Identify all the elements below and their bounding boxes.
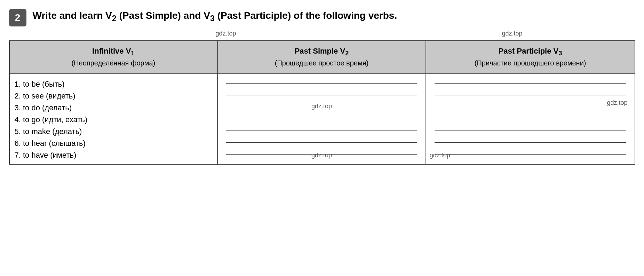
page-container: 2 Write and learn V2 (Past Simple) and V… [9,7,635,165]
header-col1-subtitle: (Неопределённая форма) [71,59,155,67]
list-item: 3. to do (делать) [15,101,213,113]
task-header: 2 Write and learn V2 (Past Simple) and V… [9,7,635,29]
write-line[interactable] [226,83,417,84]
table-header-row: Infinitive V1 (Неопределённая форма) Pas… [10,41,635,74]
list-item: 7. to have (иметь) [15,149,213,160]
write-line[interactable] [435,107,626,107]
write-line[interactable] [435,119,626,119]
col1-verbs: 1. to be (быть) 2. to see (видеть) 3. to… [10,74,218,164]
write-line[interactable] [226,131,417,131]
list-item: 5. to make (делать) [15,125,213,137]
write-line[interactable] [226,95,417,95]
exercise-table: Infinitive V1 (Неопределённая форма) Pas… [9,40,635,165]
col2-past-simple: gdz.top gdz.top [218,74,426,164]
header-col2-subtitle: (Прошедшее простое время) [275,59,368,67]
list-item: 6. to hear (слышать) [15,137,213,149]
verb-list: 1. to be (быть) 2. to see (видеть) 3. to… [15,78,213,160]
watermark-col2-mid: gdz.top [311,103,332,110]
write-lines-col2 [223,78,421,160]
write-line[interactable] [226,119,417,119]
write-line[interactable] [226,142,417,143]
write-line[interactable] [435,131,626,131]
header-col3-subtitle: (Причастие прошедшего времени) [475,59,586,67]
header-col1-title: Infinitive V1 [92,47,134,55]
watermark-top-left: gdz.top [216,30,236,37]
watermark-col3-right: gdz.top [607,99,627,107]
header-col3-title: Past Participle V3 [499,47,562,55]
header-col2-title: Past Simple V2 [295,47,349,55]
write-line[interactable] [435,95,626,95]
write-line[interactable] [435,154,626,155]
list-item: 1. to be (быть) [15,78,213,89]
col3-past-participle: gdz.top gdz.top [426,74,635,164]
list-item: 2. to see (видеть) [15,89,213,101]
watermark-col3-bottom: gdz.top [430,152,450,159]
header-col1: Infinitive V1 (Неопределённая форма) [10,41,218,73]
write-lines-col3 [431,78,630,160]
table-body: 1. to be (быть) 2. to see (видеть) 3. to… [10,74,635,164]
watermark-top-right: gdz.top [502,30,522,37]
header-col3: Past Participle V3 (Причастие прошедшего… [426,41,635,73]
task-instruction: Write and learn V2 (Past Simple) and V3 … [33,9,635,24]
header-col2: Past Simple V2 (Прошедшее простое время) [218,41,426,73]
list-item: 4. to go (идти, ехать) [15,113,213,125]
task-number: 2 [9,9,26,26]
write-line[interactable] [435,83,626,84]
watermark-col2-bottom: gdz.top [311,152,332,159]
write-line[interactable] [435,142,626,143]
